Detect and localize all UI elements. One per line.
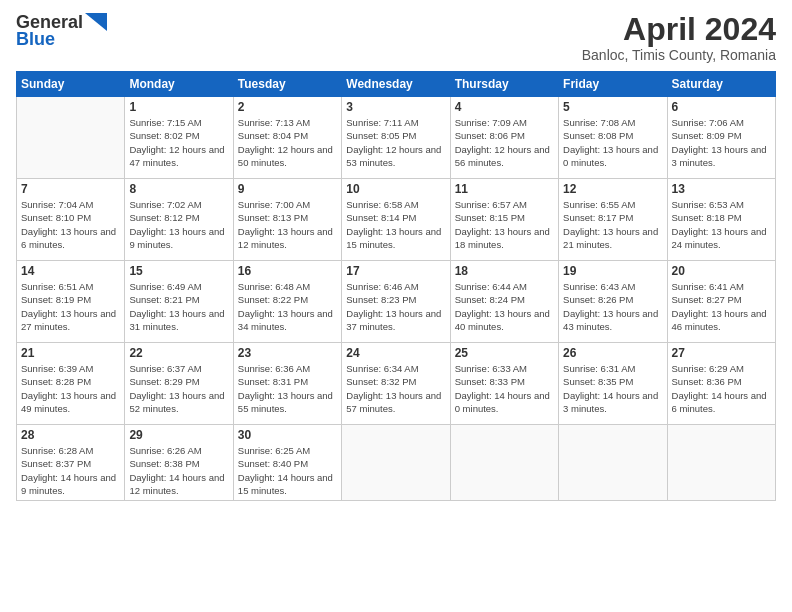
calendar-cell: 9Sunrise: 7:00 AM Sunset: 8:13 PM Daylig… — [233, 179, 341, 261]
weekday-header-wednesday: Wednesday — [342, 72, 450, 97]
weekday-header-friday: Friday — [559, 72, 667, 97]
day-info: Sunrise: 6:37 AM Sunset: 8:29 PM Dayligh… — [129, 362, 228, 415]
day-number: 28 — [21, 428, 120, 442]
calendar-cell: 23Sunrise: 6:36 AM Sunset: 8:31 PM Dayli… — [233, 343, 341, 425]
day-number: 20 — [672, 264, 771, 278]
page: General Blue April 2024 Banloc, Timis Co… — [0, 0, 792, 612]
calendar-cell: 26Sunrise: 6:31 AM Sunset: 8:35 PM Dayli… — [559, 343, 667, 425]
weekday-header-sunday: Sunday — [17, 72, 125, 97]
calendar-cell: 27Sunrise: 6:29 AM Sunset: 8:36 PM Dayli… — [667, 343, 775, 425]
day-number: 21 — [21, 346, 120, 360]
day-info: Sunrise: 6:58 AM Sunset: 8:14 PM Dayligh… — [346, 198, 445, 251]
logo-flag-icon — [85, 13, 107, 31]
calendar-cell — [450, 425, 558, 501]
day-info: Sunrise: 6:44 AM Sunset: 8:24 PM Dayligh… — [455, 280, 554, 333]
day-info: Sunrise: 6:39 AM Sunset: 8:28 PM Dayligh… — [21, 362, 120, 415]
day-number: 10 — [346, 182, 445, 196]
day-number: 8 — [129, 182, 228, 196]
header: General Blue April 2024 Banloc, Timis Co… — [16, 12, 776, 63]
day-info: Sunrise: 7:06 AM Sunset: 8:09 PM Dayligh… — [672, 116, 771, 169]
logo-blue-text: Blue — [16, 29, 55, 50]
calendar: SundayMondayTuesdayWednesdayThursdayFrid… — [16, 71, 776, 501]
calendar-cell: 8Sunrise: 7:02 AM Sunset: 8:12 PM Daylig… — [125, 179, 233, 261]
calendar-cell: 25Sunrise: 6:33 AM Sunset: 8:33 PM Dayli… — [450, 343, 558, 425]
day-info: Sunrise: 6:49 AM Sunset: 8:21 PM Dayligh… — [129, 280, 228, 333]
day-number: 22 — [129, 346, 228, 360]
calendar-cell: 6Sunrise: 7:06 AM Sunset: 8:09 PM Daylig… — [667, 97, 775, 179]
day-number: 15 — [129, 264, 228, 278]
calendar-cell: 14Sunrise: 6:51 AM Sunset: 8:19 PM Dayli… — [17, 261, 125, 343]
day-number: 14 — [21, 264, 120, 278]
month-title: April 2024 — [582, 12, 776, 47]
day-info: Sunrise: 6:53 AM Sunset: 8:18 PM Dayligh… — [672, 198, 771, 251]
calendar-cell: 18Sunrise: 6:44 AM Sunset: 8:24 PM Dayli… — [450, 261, 558, 343]
day-info: Sunrise: 6:36 AM Sunset: 8:31 PM Dayligh… — [238, 362, 337, 415]
day-number: 19 — [563, 264, 662, 278]
day-number: 30 — [238, 428, 337, 442]
day-number: 23 — [238, 346, 337, 360]
day-info: Sunrise: 6:55 AM Sunset: 8:17 PM Dayligh… — [563, 198, 662, 251]
day-number: 7 — [21, 182, 120, 196]
calendar-week-row: 21Sunrise: 6:39 AM Sunset: 8:28 PM Dayli… — [17, 343, 776, 425]
calendar-cell: 20Sunrise: 6:41 AM Sunset: 8:27 PM Dayli… — [667, 261, 775, 343]
day-number: 12 — [563, 182, 662, 196]
day-number: 6 — [672, 100, 771, 114]
calendar-cell: 2Sunrise: 7:13 AM Sunset: 8:04 PM Daylig… — [233, 97, 341, 179]
calendar-cell: 28Sunrise: 6:28 AM Sunset: 8:37 PM Dayli… — [17, 425, 125, 501]
calendar-cell: 24Sunrise: 6:34 AM Sunset: 8:32 PM Dayli… — [342, 343, 450, 425]
day-info: Sunrise: 6:43 AM Sunset: 8:26 PM Dayligh… — [563, 280, 662, 333]
calendar-cell: 5Sunrise: 7:08 AM Sunset: 8:08 PM Daylig… — [559, 97, 667, 179]
calendar-cell — [559, 425, 667, 501]
day-info: Sunrise: 7:15 AM Sunset: 8:02 PM Dayligh… — [129, 116, 228, 169]
day-info: Sunrise: 7:02 AM Sunset: 8:12 PM Dayligh… — [129, 198, 228, 251]
calendar-cell: 29Sunrise: 6:26 AM Sunset: 8:38 PM Dayli… — [125, 425, 233, 501]
day-number: 2 — [238, 100, 337, 114]
calendar-cell: 19Sunrise: 6:43 AM Sunset: 8:26 PM Dayli… — [559, 261, 667, 343]
day-info: Sunrise: 7:11 AM Sunset: 8:05 PM Dayligh… — [346, 116, 445, 169]
weekday-header-tuesday: Tuesday — [233, 72, 341, 97]
day-info: Sunrise: 6:41 AM Sunset: 8:27 PM Dayligh… — [672, 280, 771, 333]
calendar-cell: 30Sunrise: 6:25 AM Sunset: 8:40 PM Dayli… — [233, 425, 341, 501]
calendar-cell: 3Sunrise: 7:11 AM Sunset: 8:05 PM Daylig… — [342, 97, 450, 179]
calendar-cell: 13Sunrise: 6:53 AM Sunset: 8:18 PM Dayli… — [667, 179, 775, 261]
day-info: Sunrise: 6:57 AM Sunset: 8:15 PM Dayligh… — [455, 198, 554, 251]
calendar-cell: 21Sunrise: 6:39 AM Sunset: 8:28 PM Dayli… — [17, 343, 125, 425]
calendar-cell: 11Sunrise: 6:57 AM Sunset: 8:15 PM Dayli… — [450, 179, 558, 261]
day-number: 29 — [129, 428, 228, 442]
day-info: Sunrise: 7:00 AM Sunset: 8:13 PM Dayligh… — [238, 198, 337, 251]
calendar-cell — [342, 425, 450, 501]
day-info: Sunrise: 6:46 AM Sunset: 8:23 PM Dayligh… — [346, 280, 445, 333]
day-info: Sunrise: 6:26 AM Sunset: 8:38 PM Dayligh… — [129, 444, 228, 497]
day-number: 27 — [672, 346, 771, 360]
day-info: Sunrise: 6:25 AM Sunset: 8:40 PM Dayligh… — [238, 444, 337, 497]
calendar-header-row: SundayMondayTuesdayWednesdayThursdayFrid… — [17, 72, 776, 97]
day-number: 9 — [238, 182, 337, 196]
day-number: 13 — [672, 182, 771, 196]
calendar-week-row: 28Sunrise: 6:28 AM Sunset: 8:37 PM Dayli… — [17, 425, 776, 501]
calendar-cell: 1Sunrise: 7:15 AM Sunset: 8:02 PM Daylig… — [125, 97, 233, 179]
svg-marker-0 — [85, 13, 107, 31]
day-number: 3 — [346, 100, 445, 114]
calendar-cell: 10Sunrise: 6:58 AM Sunset: 8:14 PM Dayli… — [342, 179, 450, 261]
calendar-cell: 12Sunrise: 6:55 AM Sunset: 8:17 PM Dayli… — [559, 179, 667, 261]
day-info: Sunrise: 6:34 AM Sunset: 8:32 PM Dayligh… — [346, 362, 445, 415]
calendar-cell — [17, 97, 125, 179]
day-number: 11 — [455, 182, 554, 196]
day-info: Sunrise: 6:33 AM Sunset: 8:33 PM Dayligh… — [455, 362, 554, 415]
day-info: Sunrise: 6:28 AM Sunset: 8:37 PM Dayligh… — [21, 444, 120, 497]
calendar-cell — [667, 425, 775, 501]
day-info: Sunrise: 6:31 AM Sunset: 8:35 PM Dayligh… — [563, 362, 662, 415]
calendar-cell: 22Sunrise: 6:37 AM Sunset: 8:29 PM Dayli… — [125, 343, 233, 425]
day-number: 24 — [346, 346, 445, 360]
calendar-cell: 7Sunrise: 7:04 AM Sunset: 8:10 PM Daylig… — [17, 179, 125, 261]
weekday-header-thursday: Thursday — [450, 72, 558, 97]
day-number: 1 — [129, 100, 228, 114]
day-number: 5 — [563, 100, 662, 114]
subtitle: Banloc, Timis County, Romania — [582, 47, 776, 63]
day-number: 26 — [563, 346, 662, 360]
calendar-cell: 16Sunrise: 6:48 AM Sunset: 8:22 PM Dayli… — [233, 261, 341, 343]
calendar-cell: 15Sunrise: 6:49 AM Sunset: 8:21 PM Dayli… — [125, 261, 233, 343]
calendar-week-row: 14Sunrise: 6:51 AM Sunset: 8:19 PM Dayli… — [17, 261, 776, 343]
day-number: 4 — [455, 100, 554, 114]
day-number: 25 — [455, 346, 554, 360]
